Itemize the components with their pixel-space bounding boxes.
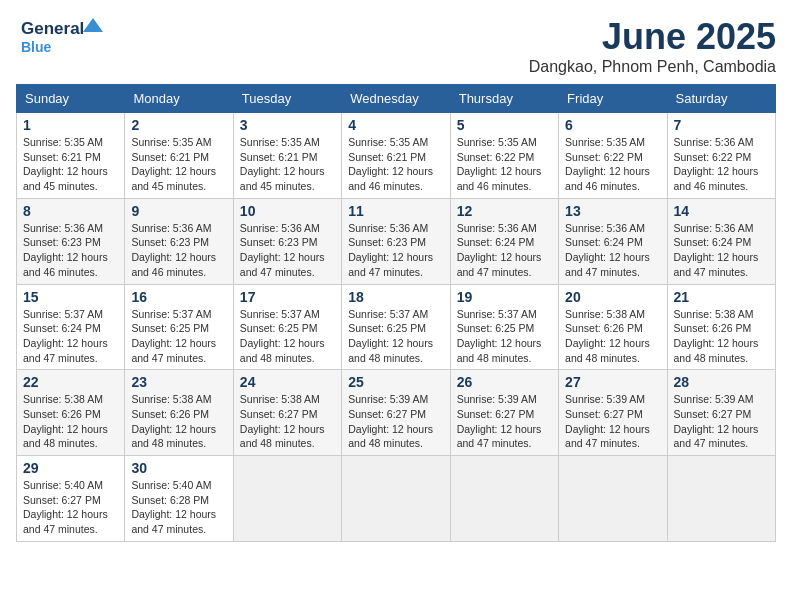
calendar-cell <box>450 456 558 542</box>
day-info: Sunrise: 5:36 AMSunset: 6:22 PMDaylight:… <box>674 136 759 192</box>
day-info: Sunrise: 5:37 AMSunset: 6:25 PMDaylight:… <box>457 308 542 364</box>
calendar-cell: 27Sunrise: 5:39 AMSunset: 6:27 PMDayligh… <box>559 370 667 456</box>
day-number: 13 <box>565 203 660 219</box>
calendar-cell: 2Sunrise: 5:35 AMSunset: 6:21 PMDaylight… <box>125 113 233 199</box>
calendar-cell: 5Sunrise: 5:35 AMSunset: 6:22 PMDaylight… <box>450 113 558 199</box>
day-header-sunday: Sunday <box>17 85 125 113</box>
calendar-cell: 6Sunrise: 5:35 AMSunset: 6:22 PMDaylight… <box>559 113 667 199</box>
day-number: 22 <box>23 374 118 390</box>
calendar-cell: 3Sunrise: 5:35 AMSunset: 6:21 PMDaylight… <box>233 113 341 199</box>
calendar-cell <box>667 456 775 542</box>
day-number: 23 <box>131 374 226 390</box>
day-number: 7 <box>674 117 769 133</box>
calendar-cell: 26Sunrise: 5:39 AMSunset: 6:27 PMDayligh… <box>450 370 558 456</box>
svg-marker-1 <box>83 18 103 32</box>
calendar: SundayMondayTuesdayWednesdayThursdayFrid… <box>16 84 776 542</box>
calendar-cell: 17Sunrise: 5:37 AMSunset: 6:25 PMDayligh… <box>233 284 341 370</box>
day-info: Sunrise: 5:39 AMSunset: 6:27 PMDaylight:… <box>457 393 542 449</box>
calendar-cell: 15Sunrise: 5:37 AMSunset: 6:24 PMDayligh… <box>17 284 125 370</box>
day-number: 25 <box>348 374 443 390</box>
day-info: Sunrise: 5:35 AMSunset: 6:22 PMDaylight:… <box>565 136 650 192</box>
day-number: 26 <box>457 374 552 390</box>
day-header-thursday: Thursday <box>450 85 558 113</box>
calendar-cell: 29Sunrise: 5:40 AMSunset: 6:27 PMDayligh… <box>17 456 125 542</box>
day-info: Sunrise: 5:38 AMSunset: 6:27 PMDaylight:… <box>240 393 325 449</box>
day-info: Sunrise: 5:36 AMSunset: 6:23 PMDaylight:… <box>23 222 108 278</box>
svg-text:General: General <box>21 19 84 38</box>
day-header-saturday: Saturday <box>667 85 775 113</box>
day-number: 2 <box>131 117 226 133</box>
svg-text:Blue: Blue <box>21 39 52 55</box>
calendar-cell: 20Sunrise: 5:38 AMSunset: 6:26 PMDayligh… <box>559 284 667 370</box>
calendar-cell: 13Sunrise: 5:36 AMSunset: 6:24 PMDayligh… <box>559 198 667 284</box>
day-number: 16 <box>131 289 226 305</box>
day-number: 20 <box>565 289 660 305</box>
day-number: 11 <box>348 203 443 219</box>
day-number: 21 <box>674 289 769 305</box>
day-header-friday: Friday <box>559 85 667 113</box>
day-number: 9 <box>131 203 226 219</box>
day-info: Sunrise: 5:35 AMSunset: 6:21 PMDaylight:… <box>348 136 433 192</box>
day-number: 28 <box>674 374 769 390</box>
day-info: Sunrise: 5:36 AMSunset: 6:24 PMDaylight:… <box>565 222 650 278</box>
logo: General Blue <box>16 16 106 58</box>
day-info: Sunrise: 5:39 AMSunset: 6:27 PMDaylight:… <box>348 393 433 449</box>
day-number: 4 <box>348 117 443 133</box>
day-info: Sunrise: 5:40 AMSunset: 6:28 PMDaylight:… <box>131 479 216 535</box>
day-header-tuesday: Tuesday <box>233 85 341 113</box>
day-number: 24 <box>240 374 335 390</box>
day-info: Sunrise: 5:37 AMSunset: 6:25 PMDaylight:… <box>348 308 433 364</box>
day-info: Sunrise: 5:36 AMSunset: 6:23 PMDaylight:… <box>348 222 433 278</box>
calendar-cell: 12Sunrise: 5:36 AMSunset: 6:24 PMDayligh… <box>450 198 558 284</box>
location-title: Dangkao, Phnom Penh, Cambodia <box>529 58 776 76</box>
day-info: Sunrise: 5:38 AMSunset: 6:26 PMDaylight:… <box>674 308 759 364</box>
day-info: Sunrise: 5:36 AMSunset: 6:24 PMDaylight:… <box>674 222 759 278</box>
day-info: Sunrise: 5:37 AMSunset: 6:24 PMDaylight:… <box>23 308 108 364</box>
calendar-cell: 24Sunrise: 5:38 AMSunset: 6:27 PMDayligh… <box>233 370 341 456</box>
day-number: 6 <box>565 117 660 133</box>
day-number: 14 <box>674 203 769 219</box>
calendar-cell: 30Sunrise: 5:40 AMSunset: 6:28 PMDayligh… <box>125 456 233 542</box>
calendar-cell: 7Sunrise: 5:36 AMSunset: 6:22 PMDaylight… <box>667 113 775 199</box>
day-number: 3 <box>240 117 335 133</box>
day-info: Sunrise: 5:36 AMSunset: 6:23 PMDaylight:… <box>240 222 325 278</box>
day-info: Sunrise: 5:38 AMSunset: 6:26 PMDaylight:… <box>131 393 216 449</box>
calendar-cell: 1Sunrise: 5:35 AMSunset: 6:21 PMDaylight… <box>17 113 125 199</box>
day-info: Sunrise: 5:36 AMSunset: 6:23 PMDaylight:… <box>131 222 216 278</box>
calendar-cell: 22Sunrise: 5:38 AMSunset: 6:26 PMDayligh… <box>17 370 125 456</box>
calendar-cell: 8Sunrise: 5:36 AMSunset: 6:23 PMDaylight… <box>17 198 125 284</box>
calendar-cell: 28Sunrise: 5:39 AMSunset: 6:27 PMDayligh… <box>667 370 775 456</box>
day-number: 12 <box>457 203 552 219</box>
month-title: June 2025 <box>529 16 776 58</box>
day-number: 15 <box>23 289 118 305</box>
day-info: Sunrise: 5:35 AMSunset: 6:21 PMDaylight:… <box>23 136 108 192</box>
day-number: 10 <box>240 203 335 219</box>
day-info: Sunrise: 5:35 AMSunset: 6:22 PMDaylight:… <box>457 136 542 192</box>
calendar-cell: 14Sunrise: 5:36 AMSunset: 6:24 PMDayligh… <box>667 198 775 284</box>
day-header-monday: Monday <box>125 85 233 113</box>
day-info: Sunrise: 5:37 AMSunset: 6:25 PMDaylight:… <box>131 308 216 364</box>
day-number: 30 <box>131 460 226 476</box>
day-info: Sunrise: 5:38 AMSunset: 6:26 PMDaylight:… <box>23 393 108 449</box>
day-info: Sunrise: 5:39 AMSunset: 6:27 PMDaylight:… <box>674 393 759 449</box>
calendar-cell: 19Sunrise: 5:37 AMSunset: 6:25 PMDayligh… <box>450 284 558 370</box>
day-number: 5 <box>457 117 552 133</box>
calendar-cell: 16Sunrise: 5:37 AMSunset: 6:25 PMDayligh… <box>125 284 233 370</box>
day-number: 18 <box>348 289 443 305</box>
calendar-cell: 18Sunrise: 5:37 AMSunset: 6:25 PMDayligh… <box>342 284 450 370</box>
calendar-cell: 10Sunrise: 5:36 AMSunset: 6:23 PMDayligh… <box>233 198 341 284</box>
day-header-wednesday: Wednesday <box>342 85 450 113</box>
day-info: Sunrise: 5:35 AMSunset: 6:21 PMDaylight:… <box>240 136 325 192</box>
day-number: 27 <box>565 374 660 390</box>
day-info: Sunrise: 5:37 AMSunset: 6:25 PMDaylight:… <box>240 308 325 364</box>
calendar-cell: 11Sunrise: 5:36 AMSunset: 6:23 PMDayligh… <box>342 198 450 284</box>
calendar-cell <box>342 456 450 542</box>
day-info: Sunrise: 5:38 AMSunset: 6:26 PMDaylight:… <box>565 308 650 364</box>
day-info: Sunrise: 5:36 AMSunset: 6:24 PMDaylight:… <box>457 222 542 278</box>
day-info: Sunrise: 5:39 AMSunset: 6:27 PMDaylight:… <box>565 393 650 449</box>
calendar-cell: 4Sunrise: 5:35 AMSunset: 6:21 PMDaylight… <box>342 113 450 199</box>
day-info: Sunrise: 5:40 AMSunset: 6:27 PMDaylight:… <box>23 479 108 535</box>
day-number: 8 <box>23 203 118 219</box>
day-info: Sunrise: 5:35 AMSunset: 6:21 PMDaylight:… <box>131 136 216 192</box>
day-number: 1 <box>23 117 118 133</box>
